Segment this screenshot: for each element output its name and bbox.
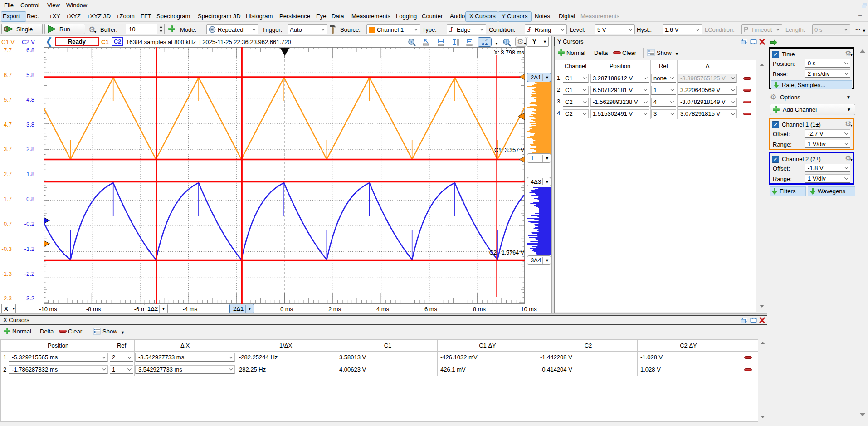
svg-text:1: 1 xyxy=(5,27,7,31)
svg-text:1: 1 xyxy=(410,40,413,44)
